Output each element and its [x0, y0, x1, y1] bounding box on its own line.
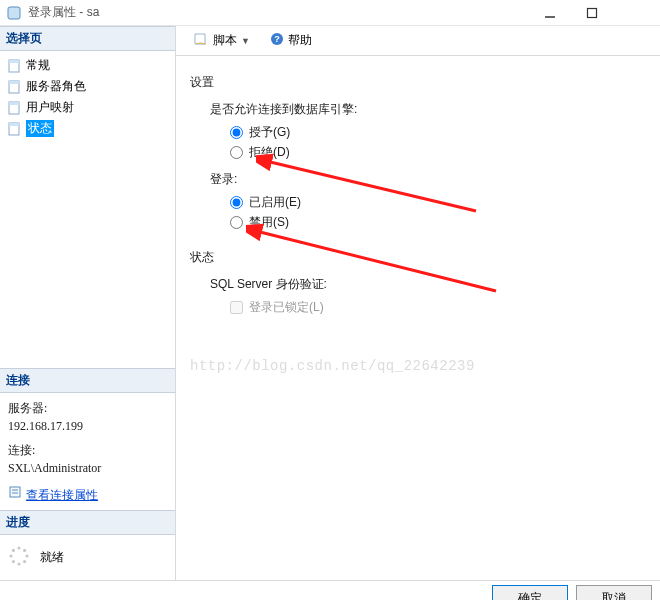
- ok-button[interactable]: 确定: [492, 585, 568, 600]
- footer: 确定 取消: [0, 580, 660, 600]
- server-label: 服务器:: [8, 399, 167, 417]
- nav-general[interactable]: 常规: [6, 55, 169, 76]
- permit-db-label: 是否允许连接到数据库引擎:: [210, 101, 646, 118]
- minimize-button[interactable]: [536, 2, 564, 24]
- cancel-button[interactable]: 取消: [576, 585, 652, 600]
- enabled-radio-row[interactable]: 已启用(E): [230, 194, 646, 211]
- nav-label: 状态: [26, 120, 54, 137]
- svg-point-15: [23, 549, 26, 552]
- svg-rect-8: [9, 102, 19, 105]
- spinner-icon: [8, 545, 30, 570]
- titlebar: 登录属性 - sa: [0, 0, 660, 26]
- conn-value: SXL\Administrator: [8, 459, 167, 477]
- settings-group-label: 设置: [190, 74, 646, 91]
- svg-rect-4: [9, 60, 19, 63]
- right-panel: 脚本 ▼ ? 帮助 设置 是否允许连接到数据库引擎: 授予(G) 拒绝(D) 登…: [176, 26, 660, 580]
- svg-point-20: [9, 554, 12, 557]
- nav-status[interactable]: 状态: [6, 118, 169, 139]
- script-icon: [193, 32, 209, 49]
- svg-rect-2: [588, 8, 597, 17]
- svg-point-16: [25, 554, 28, 557]
- progress-header: 进度: [0, 510, 175, 535]
- locked-label: 登录已锁定(L): [249, 299, 324, 316]
- svg-text:?: ?: [274, 34, 280, 44]
- svg-rect-6: [9, 81, 19, 84]
- svg-point-14: [17, 546, 20, 549]
- grant-radio[interactable]: [230, 126, 243, 139]
- conn-label: 连接:: [8, 441, 167, 459]
- svg-rect-11: [10, 487, 20, 497]
- locked-checkbox: [230, 301, 243, 314]
- properties-icon: [8, 485, 22, 504]
- help-label: 帮助: [288, 32, 312, 49]
- disabled-radio[interactable]: [230, 216, 243, 229]
- enabled-label: 已启用(E): [249, 194, 301, 211]
- window-title: 登录属性 - sa: [28, 4, 536, 21]
- watermark-text: http://blog.csdn.net/qq_22642239: [190, 358, 475, 374]
- connection-header: 连接: [0, 368, 175, 393]
- disabled-label: 禁用(S): [249, 214, 289, 231]
- page-icon: [6, 121, 22, 137]
- nav-label: 服务器角色: [26, 78, 86, 95]
- login-label: 登录:: [210, 171, 646, 188]
- close-button[interactable]: [620, 2, 648, 24]
- view-connection-properties-link[interactable]: 查看连接属性: [8, 485, 98, 504]
- script-label: 脚本: [213, 32, 237, 49]
- left-panel: 选择页 常规 服务器角色 用户映射 状态 连接 服务器: 192.168.1: [0, 26, 176, 580]
- svg-rect-0: [8, 7, 20, 19]
- grant-label: 授予(G): [249, 124, 290, 141]
- chevron-down-icon: ▼: [241, 36, 250, 46]
- deny-radio[interactable]: [230, 146, 243, 159]
- help-button[interactable]: ? 帮助: [263, 28, 319, 53]
- select-page-header: 选择页: [0, 26, 175, 51]
- progress-status: 就绪: [40, 549, 64, 566]
- content-area: 设置 是否允许连接到数据库引擎: 授予(G) 拒绝(D) 登录: 已启用(E) …: [176, 56, 660, 580]
- maximize-button[interactable]: [578, 2, 606, 24]
- status-group-label: 状态: [190, 249, 646, 266]
- window-controls: [536, 2, 654, 24]
- app-icon: [6, 5, 22, 21]
- svg-point-19: [12, 560, 15, 563]
- deny-label: 拒绝(D): [249, 144, 290, 161]
- enabled-radio[interactable]: [230, 196, 243, 209]
- toolbar: 脚本 ▼ ? 帮助: [176, 26, 660, 56]
- page-nav-list: 常规 服务器角色 用户映射 状态: [0, 51, 175, 143]
- progress-body: 就绪: [0, 535, 175, 580]
- nav-label: 常规: [26, 57, 50, 74]
- server-value: 192.168.17.199: [8, 417, 167, 435]
- locked-check-row: 登录已锁定(L): [230, 299, 646, 316]
- page-icon: [6, 79, 22, 95]
- help-icon: ?: [270, 32, 284, 49]
- script-button[interactable]: 脚本 ▼: [186, 28, 257, 53]
- connection-body: 服务器: 192.168.17.199 连接: SXL\Administrato…: [0, 393, 175, 510]
- link-text: 查看连接属性: [26, 486, 98, 504]
- deny-radio-row[interactable]: 拒绝(D): [230, 144, 646, 161]
- page-icon: [6, 58, 22, 74]
- sql-auth-label: SQL Server 身份验证:: [210, 276, 646, 293]
- svg-rect-10: [9, 123, 19, 126]
- nav-server-roles[interactable]: 服务器角色: [6, 76, 169, 97]
- disabled-radio-row[interactable]: 禁用(S): [230, 214, 646, 231]
- nav-user-mapping[interactable]: 用户映射: [6, 97, 169, 118]
- svg-point-18: [17, 562, 20, 565]
- svg-point-17: [23, 560, 26, 563]
- page-icon: [6, 100, 22, 116]
- grant-radio-row[interactable]: 授予(G): [230, 124, 646, 141]
- nav-label: 用户映射: [26, 99, 74, 116]
- svg-point-21: [12, 549, 15, 552]
